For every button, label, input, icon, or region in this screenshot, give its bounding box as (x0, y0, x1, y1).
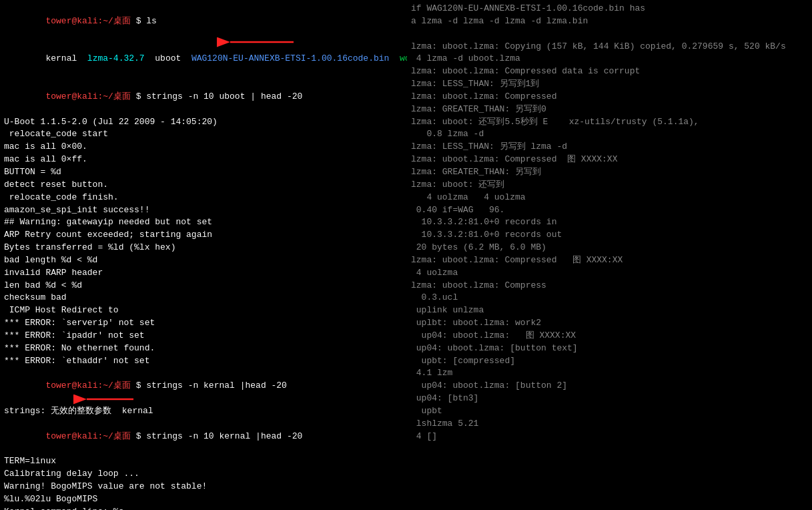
terminal: tower@kali:~/桌面 $ ls kernal lzma-4.32.7 … (0, 0, 812, 510)
rline-28: up04: uboot.lzma: [button text] (411, 342, 808, 355)
kernal-line-1: TERM=linux (4, 455, 403, 468)
kernal-line-5: Kernel command line: %s (4, 506, 403, 510)
uboot-line-19: *** ERROR: No ethernet found. (4, 342, 403, 355)
line-3: tower@kali:~/桌面 $ strings -n 10 uboot | … (4, 78, 403, 116)
rline-24: 0.3.ucl (411, 292, 808, 304)
prompt-1: tower@kali:~/桌面 (45, 16, 130, 26)
uboot-line-14: len bad %d < %d (4, 280, 403, 292)
kernal-line-2: Calibrating delay loop ... (4, 468, 403, 481)
terminal-wrapper: tower@kali:~/桌面 $ ls kernal lzma-4.32.7 … (0, 0, 812, 510)
uboot-line-18: *** ERROR: `ipaddr' not set (4, 330, 403, 342)
left-pane: tower@kali:~/桌面 $ ls kernal lzma-4.32.7 … (0, 0, 407, 510)
rline-22: 4 uolzma (411, 267, 808, 280)
line-kernal-invalid-prompt: tower@kali:~/桌面 $ strings -n kernal |hea… (4, 367, 403, 405)
uboot-line-3: mac is all 0×00. (4, 141, 403, 154)
rline-5: 4 lzma -d uboot.lzma (411, 53, 808, 65)
rline-33: upbt (411, 405, 808, 418)
cmd-1: $ ls (131, 16, 157, 26)
rline-18: 10.3.3.2:81.0+0 records in (411, 216, 808, 229)
rline-16: 4 uolzma 4 uolzma (411, 192, 808, 204)
rline-3 (411, 28, 808, 41)
uboot-line-8: amazon_se_spi_init success!! (4, 204, 403, 217)
rline-8: lzma: uboot.lzma: Compressed (411, 91, 808, 103)
uboot-line-16: ICMP Host Redirect to (4, 304, 403, 317)
uboot-line-17: *** ERROR: `serverip' not set (4, 317, 403, 330)
rline-9: lzma: GREATER_THAN: 另写到0 (411, 103, 808, 116)
line-1: tower@kali:~/桌面 $ ls (4, 3, 403, 41)
rline-6: lzma: uboot.lzma: Compressed data is cor… (411, 65, 808, 78)
rline-31: up04: uboot.lzma: [button 2] (411, 380, 808, 393)
rline-13: lzma: uboot.lzma: Compressed 图 XXXX:XX (411, 154, 808, 166)
kernal-line-4: %lu.%02lu BogoMIPS (4, 493, 403, 506)
rline-30: 4.1 lzm (411, 367, 808, 380)
rline-1: if WAG120N-EU-ANNEXB-ETSI-1.00.16code.bi… (411, 3, 808, 15)
uboot-line-7: relocate_code finish. (4, 192, 403, 204)
rline-4: lzma: uboot.lzma: Copying (157 kB, 144 K… (411, 41, 808, 53)
rline-15: lzma: uboot: 还写到 (411, 179, 808, 192)
rline-29: upbt: [compressed] (411, 355, 808, 368)
rline-11: 0.8 lzma -d (411, 128, 808, 141)
rline-27: up04: uboot.lzma: 图 XXXX:XX (411, 330, 808, 342)
rline-32: up04: [btn3] (411, 393, 808, 405)
rline-14: lzma: GREATER_THAN: 另写到 (411, 166, 808, 179)
uboot-line-4: mac is all 0×ff. (4, 154, 403, 166)
uboot-line-1: U-Boot 1.1.5-2.0 (Jul 22 2009 - 14:05:20… (4, 116, 403, 129)
rline-23: lzma: uboot.lzma: Compress (411, 280, 808, 292)
kernal-line-3: Warning! BogoMIPS value are not stable! (4, 481, 403, 493)
uboot-line-6: detect reset button. (4, 179, 403, 192)
rline-35: 4 [] (411, 431, 808, 443)
uboot-line-20: *** ERROR: `ethaddr' not set (4, 355, 403, 368)
line-2: kernal lzma-4.32.7 uboot WAG120N-EU-ANNE… (4, 41, 403, 79)
uboot-line-11: Bytes transferred = %ld (%lx hex) (4, 242, 403, 254)
line-kernal-invalid-out: strings: 无效的整数参数 kernal (4, 405, 403, 418)
uboot-line-15: checksum bad (4, 292, 403, 304)
uboot-line-13: invalid RARP header (4, 267, 403, 280)
uboot-line-10: ARP Retry count exceeded; starting again (4, 229, 403, 242)
rline-34: lshlzma 5.21 (411, 418, 808, 431)
rline-2: a lzma -d lzma -d lzma -d lzma.bin (411, 15, 808, 28)
rline-12: lzma: LESS_THAN: 另写到 lzma -d (411, 141, 808, 154)
rline-26: uplbt: uboot.lzma: work2 (411, 317, 808, 330)
rline-21: lzma: uboot.lzma: Compressed 图 XXXX:XX (411, 254, 808, 267)
rline-19: 10.3.3.2:81.0+0 records out (411, 229, 808, 242)
line-kernal-prompt: tower@kali:~/桌面 $ strings -n 10 kernal |… (4, 418, 403, 456)
rline-20: 20 bytes (6.2 MB, 6.0 MB) (411, 242, 808, 254)
rline-7: lzma: LESS_THAN: 另写到1到 (411, 78, 808, 91)
rline-10: lzma: uboot: 还写到5.5秒到 E xz-utils/trusty … (411, 116, 808, 129)
uboot-line-12: bad length %d < %d (4, 254, 403, 267)
right-pane: if WAG120N-EU-ANNEXB-ETSI-1.00.16code.bi… (407, 0, 812, 510)
uboot-line-2: relocate_code start (4, 128, 403, 141)
uboot-line-5: BUTTON = %d (4, 166, 403, 179)
uboot-line-9: ## Warning: gatewayip needed but not set (4, 216, 403, 229)
rline-17: 0.40 if=WAG 96. (411, 204, 808, 217)
rline-25: uplink unlzma (411, 304, 808, 317)
